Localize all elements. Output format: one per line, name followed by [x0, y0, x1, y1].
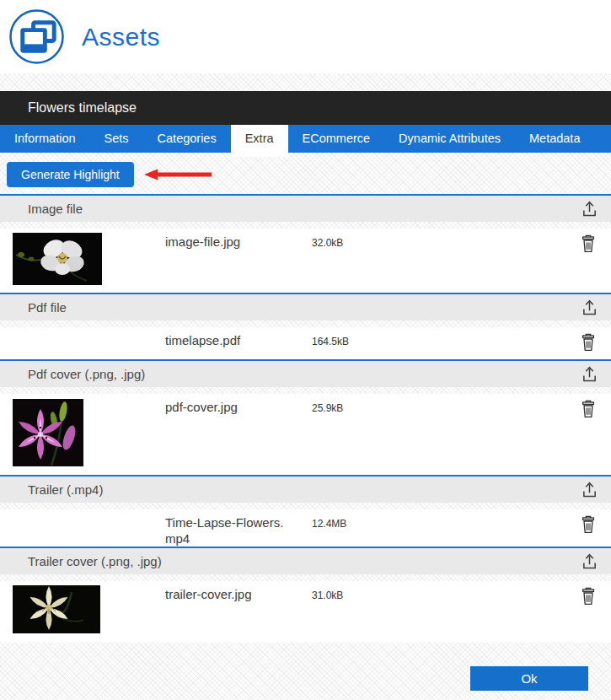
tab[interactable]: Categories [143, 125, 231, 153]
trash-icon[interactable] [581, 333, 596, 352]
section-label: Pdf cover (.png, .jpg) [28, 367, 145, 381]
file-row: trailer-cover.jpg 31.0kB [0, 581, 611, 643]
upload-icon[interactable] [582, 481, 598, 498]
file-name: pdf-cover.jpg [165, 394, 290, 416]
section-label: Trailer (.mp4) [28, 482, 103, 497]
file-size: 164.5kB [312, 327, 349, 347]
file-thumbnail [0, 509, 165, 514]
upload-icon[interactable] [582, 200, 598, 218]
trash-icon[interactable] [581, 234, 596, 253]
generate-highlight-button[interactable]: Generate Highlight [7, 162, 134, 187]
section-gap [0, 387, 611, 394]
white-orchid-photo [13, 233, 102, 285]
assets-stack-icon [8, 8, 65, 65]
file-thumbnail [0, 394, 165, 466]
file-thumbnail [0, 327, 165, 331]
file-size: 25.9kB [312, 394, 343, 414]
file-row: timelapse.pdf 164.5kB [0, 327, 611, 359]
trash-icon[interactable] [581, 587, 596, 606]
file-name: image-file.jpg [165, 229, 290, 250]
footer: Ok [0, 666, 611, 691]
file-size: 31.0kB [312, 581, 343, 601]
section-label: Image file [28, 202, 83, 216]
app-header: Assets [0, 0, 611, 73]
file-sections: Image file [0, 194, 611, 643]
pink-lily-photo [13, 398, 83, 466]
tab[interactable]: Metadata [515, 125, 594, 153]
ok-button[interactable]: Ok [470, 666, 588, 691]
section-header: Trailer (.mp4) [0, 477, 611, 503]
tab-bar: Information Sets Categories Extra EComme… [0, 125, 611, 153]
file-section: Trailer cover (.png, .jpg) [0, 547, 611, 643]
file-size: 12.4MB [312, 509, 346, 530]
section-label: Pdf file [28, 300, 67, 315]
file-size: 32.0kB [312, 229, 343, 249]
section-header: Image file [0, 196, 611, 222]
section-header: Trailer cover (.png, .jpg) [0, 548, 611, 574]
assets-window: Assets Flowers timelapse Information Set… [0, 0, 611, 700]
section-gap [0, 574, 611, 581]
red-left-arrow-icon [143, 168, 212, 181]
file-section: Image file [0, 194, 611, 293]
upload-icon[interactable] [582, 552, 598, 570]
upload-icon[interactable] [582, 365, 598, 383]
trash-icon[interactable] [581, 515, 596, 534]
white-lily-photo [13, 585, 100, 633]
file-name: Time-Lapse-Flowers.mp4 [165, 509, 290, 547]
section-header: Pdf cover (.png, .jpg) [0, 361, 611, 387]
file-section: Pdf cover (.png, .jpg) [0, 359, 611, 475]
file-section: Trailer (.mp4) Time-Lapse-Flowers.mp4 12… [0, 475, 611, 547]
toolbar: Generate Highlight [0, 162, 611, 187]
file-row: image-file.jpg 32.0kB [0, 229, 611, 293]
section-gap [0, 222, 611, 229]
tab[interactable]: Sets [90, 125, 143, 153]
file-row: Time-Lapse-Flowers.mp4 12.4MB [0, 509, 611, 547]
file-thumbnail [0, 581, 165, 633]
asset-title: Flowers timelapse [28, 100, 137, 116]
section-header: Pdf file [0, 294, 611, 320]
file-thumbnail [0, 229, 165, 285]
tab[interactable]: ECommerce [288, 125, 385, 153]
tab[interactable]: Information [0, 125, 90, 153]
section-label: Trailer cover (.png, .jpg) [28, 554, 162, 568]
tab[interactable]: Dynamic Attributes [384, 125, 515, 153]
page-title: Assets [82, 23, 160, 51]
file-row: pdf-cover.jpg 25.9kB [0, 394, 611, 475]
upload-icon[interactable] [582, 299, 598, 316]
file-name: trailer-cover.jpg [165, 581, 290, 603]
file-section: Pdf file timelapse.pdf 164.5kB [0, 293, 611, 359]
section-gap [0, 320, 611, 327]
tab[interactable]: Extra [231, 125, 288, 157]
trash-icon[interactable] [581, 400, 596, 418]
file-name: timelapse.pdf [165, 327, 290, 349]
asset-title-bar: Flowers timelapse [0, 91, 611, 125]
section-gap [0, 503, 611, 509]
